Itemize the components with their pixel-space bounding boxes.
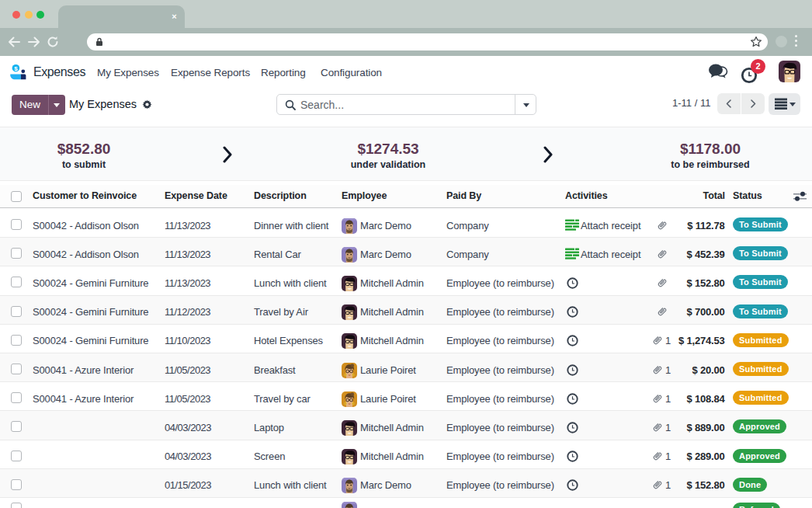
svg-text:$: $: [14, 65, 18, 72]
